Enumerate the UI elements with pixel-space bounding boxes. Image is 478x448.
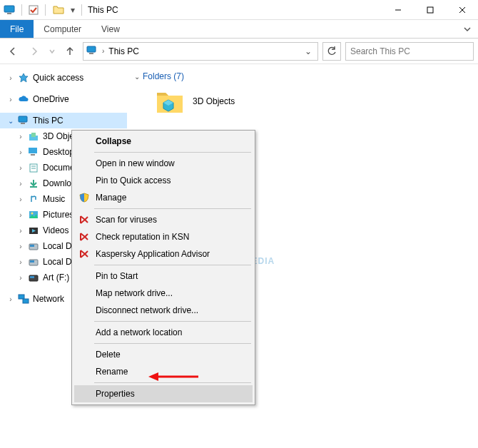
svg-rect-4 [427,7,433,13]
forward-button[interactable] [26,43,43,60]
computer-tab-label: Computer [44,24,81,34]
cm-pin-start[interactable]: Pin to Start [74,268,253,285]
chevron-right-icon[interactable]: › [6,295,16,303]
explorer-icon [53,4,64,16]
search-placeholder: Search This PC [350,46,410,56]
chevron-down-icon[interactable]: ⌄ [6,117,16,125]
cm-add-network-location[interactable]: Add a network location [74,324,253,341]
pc-icon [3,3,17,17]
address-chevron-icon[interactable]: › [102,47,104,55]
chevron-right-icon[interactable]: › [16,258,26,266]
chevron-right-icon[interactable]: › [16,274,26,282]
window-title: This PC [88,5,118,15]
computer-tab[interactable]: Computer [34,20,91,38]
cm-check-ksn[interactable]: Check reputation in KSN [74,228,253,245]
cm-rename[interactable]: Rename [74,363,253,380]
chevron-right-icon[interactable]: › [6,96,16,103]
cm-properties[interactable]: Properties [74,385,253,402]
cm-map-network-drive[interactable]: Map network drive... [74,285,253,302]
cm-label: Rename [96,367,128,377]
window-controls [382,0,478,20]
back-button[interactable] [4,43,21,60]
view-tab[interactable]: View [91,20,130,38]
item-icon [27,240,40,252]
address-bar[interactable]: › This PC ⌄ [83,42,318,61]
cm-label: Kaspersky Application Advisor [96,249,210,259]
chevron-right-icon[interactable]: › [16,133,26,141]
item-icon [27,209,40,220]
tree-onedrive[interactable]: › OneDrive [0,91,127,107]
search-input[interactable]: Search This PC [345,42,474,61]
chevron-right-icon[interactable]: › [16,164,26,172]
cm-pin-quick-access[interactable]: Pin to Quick access [74,172,253,189]
cm-collapse[interactable]: Collapse [74,133,253,150]
navigation-bar: › This PC ⌄ Search This PC [0,39,478,64]
cm-label: Disconnect network drive... [96,305,198,315]
properties-checkbox-icon[interactable] [26,3,41,17]
maximize-button[interactable] [414,0,446,20]
chevron-right-icon[interactable]: › [16,243,26,250]
cm-manage[interactable]: Manage [74,189,253,206]
folder-icon [154,86,185,117]
tree-this-pc[interactable]: ⌄ This PC [0,113,127,128]
cm-open-new-window[interactable]: Open in new window [74,155,253,172]
cm-label: Properties [96,389,135,399]
tree-label: Downlo [43,178,71,188]
kaspersky-icon [78,231,90,243]
shield-icon [78,192,90,203]
svg-rect-0 [4,6,14,12]
tree-label: OneDrive [33,94,69,104]
titlebar: ▾ This PC [0,0,478,20]
svg-rect-27 [19,295,24,299]
svg-rect-2 [29,6,38,14]
address-dropdown-icon[interactable]: ⌄ [302,46,315,56]
star-icon [17,72,30,83]
recent-locations-button[interactable] [47,43,57,60]
cm-label: Add a network location [96,327,182,337]
qat-dropdown-icon[interactable]: ▾ [68,3,77,17]
context-menu: Collapse Open in new window Pin to Quick… [71,130,255,405]
ribbon: File Computer View [0,20,478,39]
svg-rect-12 [29,148,37,153]
chevron-right-icon[interactable]: › [16,211,26,219]
quick-access-toolbar: ▾ [3,3,85,17]
cm-disconnect-network-drive[interactable]: Disconnect network drive... [74,302,253,319]
cm-delete[interactable]: Delete [74,346,253,363]
chevron-down-icon: ⌄ [134,73,140,81]
folder-item-3d-objects[interactable]: 3D Objects [154,86,478,117]
chevron-right-icon[interactable]: › [16,195,26,203]
svg-rect-24 [30,260,34,263]
chevron-right-icon[interactable]: › [6,74,16,82]
tree-label: Quick access [33,73,83,83]
svg-rect-11 [31,133,36,137]
tree-label: Pictures [43,210,73,220]
file-tab-label: File [10,24,24,34]
refresh-button[interactable] [322,42,341,61]
ribbon-collapse-button[interactable] [457,20,478,38]
item-icon [27,146,40,158]
chevron-right-icon[interactable]: › [16,148,26,156]
item-icon [27,225,40,236]
close-button[interactable] [446,0,478,20]
file-tab[interactable]: File [0,20,34,38]
cm-label: Check reputation in KSN [96,232,189,242]
cm-label: Collapse [96,136,131,146]
chevron-right-icon[interactable]: › [16,227,26,235]
tree-quick-access[interactable]: › Quick access [0,70,127,86]
up-button[interactable] [61,43,78,60]
item-icon [27,272,40,283]
tree-label: Docume [43,163,75,173]
pc-icon [17,115,30,126]
cm-scan-viruses[interactable]: Scan for viruses [74,211,253,228]
chevron-right-icon[interactable]: › [16,180,26,188]
group-header-folders[interactable]: ⌄ Folders (7) [134,71,478,81]
cloud-icon [17,93,30,105]
cm-label: Map network drive... [96,288,173,298]
cm-label: Delete [96,350,121,360]
minimize-button[interactable] [382,0,414,20]
cm-kaspersky-advisor[interactable]: Kaspersky Application Advisor [74,245,253,263]
tree-label: Desktop [43,147,74,157]
tree-label: Local Di [43,257,73,267]
svg-rect-22 [30,245,34,247]
folder-label: 3D Objects [193,96,235,106]
